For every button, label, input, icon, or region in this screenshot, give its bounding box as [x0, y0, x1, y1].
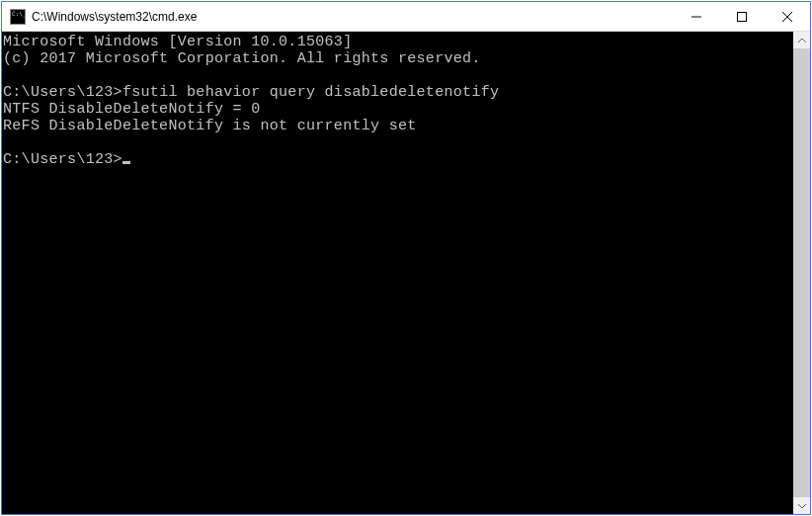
scrollbar-up-button[interactable] — [793, 32, 810, 48]
terminal-line: Microsoft Windows [Version 10.0.15063] — [3, 34, 352, 50]
scrollbar-thumb[interactable] — [793, 48, 810, 497]
maximize-button[interactable] — [719, 2, 765, 31]
maximize-icon — [737, 12, 747, 22]
minimize-icon — [691, 12, 701, 22]
terminal-area: Microsoft Windows [Version 10.0.15063] (… — [2, 32, 810, 514]
terminal-command: fsutil behavior query disabledeletenotif… — [122, 84, 499, 101]
vertical-scrollbar[interactable] — [793, 32, 810, 514]
chevron-up-icon — [798, 37, 806, 44]
terminal-prompt: C:\Users\123> — [3, 84, 122, 101]
terminal-cursor — [122, 161, 130, 164]
scrollbar-down-button[interactable] — [793, 497, 810, 514]
terminal-line: ReFS DisableDeleteNotify is not currentl… — [3, 118, 417, 134]
terminal-output[interactable]: Microsoft Windows [Version 10.0.15063] (… — [2, 32, 793, 514]
terminal-line: (c) 2017 Microsoft Corporation. All righ… — [3, 50, 481, 67]
terminal-prompt: C:\Users\123> — [3, 151, 122, 168]
titlebar[interactable]: C:\Windows\system32\cmd.exe — [2, 2, 810, 32]
window-title: C:\Windows\system32\cmd.exe — [32, 10, 674, 24]
close-icon — [782, 12, 792, 22]
window-controls — [674, 2, 810, 31]
scrollbar-track[interactable] — [793, 48, 810, 497]
svg-rect-1 — [738, 12, 747, 21]
terminal-line: NTFS DisableDeleteNotify = 0 — [3, 101, 260, 118]
cmd-window: C:\Windows\system32\cmd.exe Microsoft Wi — [1, 1, 811, 515]
chevron-down-icon — [798, 502, 806, 510]
cmd-icon — [10, 9, 26, 25]
minimize-button[interactable] — [674, 2, 719, 31]
close-button[interactable] — [765, 2, 810, 31]
